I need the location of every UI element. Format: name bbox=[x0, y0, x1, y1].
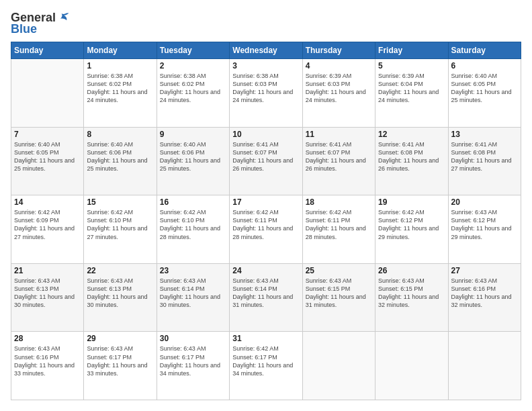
day-info: Sunrise: 6:40 AMSunset: 6:06 PMDaylight:… bbox=[87, 141, 147, 172]
calendar-cell-25: 25 Sunrise: 6:43 AMSunset: 6:15 PMDaylig… bbox=[302, 263, 375, 332]
day-number: 2 bbox=[160, 61, 226, 71]
calendar-cell-20: 20 Sunrise: 6:43 AMSunset: 6:12 PMDaylig… bbox=[448, 195, 521, 264]
calendar-cell-21: 21 Sunrise: 6:43 AMSunset: 6:13 PMDaylig… bbox=[11, 263, 84, 332]
calendar-cell-empty bbox=[375, 332, 448, 400]
calendar-cell-28: 28 Sunrise: 6:43 AMSunset: 6:16 PMDaylig… bbox=[11, 332, 84, 400]
day-info: Sunrise: 6:43 AMSunset: 6:16 PMDaylight:… bbox=[14, 345, 75, 376]
calendar-header-friday: Friday bbox=[375, 42, 448, 59]
day-number: 18 bbox=[306, 197, 372, 207]
day-info: Sunrise: 6:42 AMSunset: 6:11 PMDaylight:… bbox=[306, 209, 366, 240]
calendar-cell-11: 11 Sunrise: 6:41 AMSunset: 6:07 PMDaylig… bbox=[302, 127, 375, 195]
calendar-cell-15: 15 Sunrise: 6:42 AMSunset: 6:10 PMDaylig… bbox=[84, 195, 157, 264]
day-number: 5 bbox=[378, 61, 445, 71]
day-info: Sunrise: 6:43 AMSunset: 6:13 PMDaylight:… bbox=[14, 277, 75, 308]
day-info: Sunrise: 6:42 AMSunset: 6:10 PMDaylight:… bbox=[160, 209, 220, 240]
day-number: 3 bbox=[232, 61, 299, 71]
calendar-cell-23: 23 Sunrise: 6:43 AMSunset: 6:14 PMDaylig… bbox=[157, 263, 229, 332]
day-info: Sunrise: 6:38 AMSunset: 6:02 PMDaylight:… bbox=[160, 73, 220, 103]
calendar-cell-empty bbox=[302, 332, 375, 400]
calendar-cell-6: 6 Sunrise: 6:40 AMSunset: 6:05 PMDayligh… bbox=[448, 59, 521, 128]
day-number: 14 bbox=[14, 197, 81, 207]
calendar-cell-19: 19 Sunrise: 6:42 AMSunset: 6:12 PMDaylig… bbox=[375, 195, 448, 264]
day-info: Sunrise: 6:42 AMSunset: 6:10 PMDaylight:… bbox=[87, 209, 147, 240]
day-info: Sunrise: 6:43 AMSunset: 6:15 PMDaylight:… bbox=[378, 277, 439, 308]
day-info: Sunrise: 6:43 AMSunset: 6:15 PMDaylight:… bbox=[306, 277, 366, 308]
calendar-header-sunday: Sunday bbox=[11, 42, 84, 59]
day-number: 30 bbox=[160, 334, 226, 343]
day-number: 25 bbox=[306, 266, 372, 275]
day-number: 10 bbox=[232, 130, 299, 139]
calendar-cell-2: 2 Sunrise: 6:38 AMSunset: 6:02 PMDayligh… bbox=[157, 59, 229, 128]
day-info: Sunrise: 6:43 AMSunset: 6:14 PMDaylight:… bbox=[232, 277, 293, 308]
calendar-cell-10: 10 Sunrise: 6:41 AMSunset: 6:07 PMDaylig… bbox=[230, 127, 302, 195]
calendar-header-thursday: Thursday bbox=[302, 42, 375, 59]
calendar-cell-12: 12 Sunrise: 6:41 AMSunset: 6:08 PMDaylig… bbox=[375, 127, 448, 195]
day-info: Sunrise: 6:41 AMSunset: 6:08 PMDaylight:… bbox=[378, 141, 439, 172]
logo-blue: Blue bbox=[11, 22, 37, 36]
day-number: 15 bbox=[87, 197, 153, 207]
day-number: 26 bbox=[378, 266, 445, 275]
day-number: 6 bbox=[451, 61, 518, 71]
calendar-week-5: 28 Sunrise: 6:43 AMSunset: 6:16 PMDaylig… bbox=[11, 332, 521, 400]
day-number: 19 bbox=[378, 197, 445, 207]
calendar-week-1: 1 Sunrise: 6:38 AMSunset: 6:02 PMDayligh… bbox=[11, 59, 521, 128]
calendar-table: SundayMondayTuesdayWednesdayThursdayFrid… bbox=[11, 42, 521, 400]
day-info: Sunrise: 6:38 AMSunset: 6:02 PMDaylight:… bbox=[87, 73, 147, 103]
day-number: 22 bbox=[87, 266, 153, 275]
calendar-header-monday: Monday bbox=[84, 42, 157, 59]
calendar-cell-29: 29 Sunrise: 6:43 AMSunset: 6:17 PMDaylig… bbox=[84, 332, 157, 400]
calendar-cell-1: 1 Sunrise: 6:38 AMSunset: 6:02 PMDayligh… bbox=[84, 59, 157, 128]
day-number: 20 bbox=[451, 197, 518, 207]
day-number: 7 bbox=[14, 130, 81, 139]
day-info: Sunrise: 6:43 AMSunset: 6:14 PMDaylight:… bbox=[160, 277, 220, 308]
day-info: Sunrise: 6:41 AMSunset: 6:07 PMDaylight:… bbox=[232, 141, 293, 172]
calendar-cell-4: 4 Sunrise: 6:39 AMSunset: 6:03 PMDayligh… bbox=[302, 59, 375, 128]
header: General Blue bbox=[11, 11, 521, 36]
day-info: Sunrise: 6:39 AMSunset: 6:04 PMDaylight:… bbox=[378, 73, 439, 103]
day-number: 16 bbox=[160, 197, 226, 207]
calendar-week-2: 7 Sunrise: 6:40 AMSunset: 6:05 PMDayligh… bbox=[11, 127, 521, 195]
calendar-week-3: 14 Sunrise: 6:42 AMSunset: 6:09 PMDaylig… bbox=[11, 195, 521, 264]
day-number: 27 bbox=[451, 266, 518, 275]
day-number: 9 bbox=[160, 130, 226, 139]
calendar-header-tuesday: Tuesday bbox=[157, 42, 229, 59]
day-info: Sunrise: 6:43 AMSunset: 6:17 PMDaylight:… bbox=[87, 345, 147, 376]
day-number: 29 bbox=[87, 334, 153, 343]
day-info: Sunrise: 6:43 AMSunset: 6:12 PMDaylight:… bbox=[451, 209, 512, 240]
calendar-cell-24: 24 Sunrise: 6:43 AMSunset: 6:14 PMDaylig… bbox=[230, 263, 302, 332]
day-info: Sunrise: 6:40 AMSunset: 6:05 PMDaylight:… bbox=[451, 73, 512, 103]
calendar-cell-13: 13 Sunrise: 6:41 AMSunset: 6:08 PMDaylig… bbox=[448, 127, 521, 195]
calendar-cell-8: 8 Sunrise: 6:40 AMSunset: 6:06 PMDayligh… bbox=[84, 127, 157, 195]
calendar-cell-empty bbox=[448, 332, 521, 400]
day-number: 4 bbox=[306, 61, 372, 71]
day-info: Sunrise: 6:42 AMSunset: 6:17 PMDaylight:… bbox=[232, 345, 293, 376]
calendar-cell-31: 31 Sunrise: 6:42 AMSunset: 6:17 PMDaylig… bbox=[230, 332, 302, 400]
day-number: 21 bbox=[14, 266, 81, 275]
day-info: Sunrise: 6:40 AMSunset: 6:05 PMDaylight:… bbox=[14, 141, 75, 172]
calendar-cell-22: 22 Sunrise: 6:43 AMSunset: 6:13 PMDaylig… bbox=[84, 263, 157, 332]
day-info: Sunrise: 6:41 AMSunset: 6:07 PMDaylight:… bbox=[306, 141, 366, 172]
calendar-cell-27: 27 Sunrise: 6:43 AMSunset: 6:16 PMDaylig… bbox=[448, 263, 521, 332]
day-info: Sunrise: 6:43 AMSunset: 6:17 PMDaylight:… bbox=[160, 345, 220, 376]
day-info: Sunrise: 6:39 AMSunset: 6:03 PMDaylight:… bbox=[306, 73, 366, 103]
day-number: 11 bbox=[306, 130, 372, 139]
calendar-cell-17: 17 Sunrise: 6:42 AMSunset: 6:11 PMDaylig… bbox=[230, 195, 302, 264]
day-info: Sunrise: 6:41 AMSunset: 6:08 PMDaylight:… bbox=[451, 141, 512, 172]
calendar-week-4: 21 Sunrise: 6:43 AMSunset: 6:13 PMDaylig… bbox=[11, 263, 521, 332]
day-info: Sunrise: 6:43 AMSunset: 6:13 PMDaylight:… bbox=[87, 277, 147, 308]
calendar-cell-empty bbox=[11, 59, 84, 128]
calendar-cell-3: 3 Sunrise: 6:38 AMSunset: 6:03 PMDayligh… bbox=[230, 59, 302, 128]
day-info: Sunrise: 6:43 AMSunset: 6:16 PMDaylight:… bbox=[451, 277, 512, 308]
day-number: 28 bbox=[14, 334, 81, 343]
day-info: Sunrise: 6:42 AMSunset: 6:09 PMDaylight:… bbox=[14, 209, 75, 240]
calendar-cell-18: 18 Sunrise: 6:42 AMSunset: 6:11 PMDaylig… bbox=[302, 195, 375, 264]
calendar-cell-7: 7 Sunrise: 6:40 AMSunset: 6:05 PMDayligh… bbox=[11, 127, 84, 195]
day-number: 24 bbox=[232, 266, 299, 275]
day-info: Sunrise: 6:38 AMSunset: 6:03 PMDaylight:… bbox=[232, 73, 293, 103]
calendar-header-row: SundayMondayTuesdayWednesdayThursdayFrid… bbox=[11, 42, 521, 59]
day-info: Sunrise: 6:40 AMSunset: 6:06 PMDaylight:… bbox=[160, 141, 220, 172]
calendar-cell-9: 9 Sunrise: 6:40 AMSunset: 6:06 PMDayligh… bbox=[157, 127, 229, 195]
calendar-header-wednesday: Wednesday bbox=[230, 42, 302, 59]
calendar-cell-26: 26 Sunrise: 6:43 AMSunset: 6:15 PMDaylig… bbox=[375, 263, 448, 332]
page: General Blue SundayMondayTuesdayWednesda… bbox=[0, 0, 532, 411]
